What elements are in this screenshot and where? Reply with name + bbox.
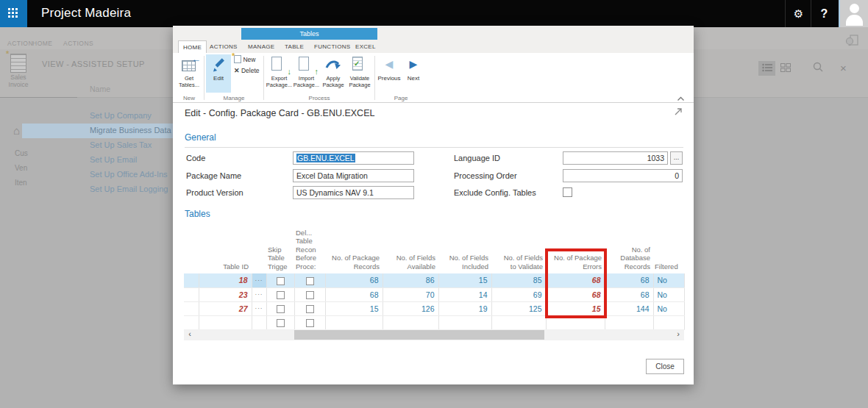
nav-item-set-up-email-logging[interactable]: Set Up Email Logging xyxy=(90,182,171,196)
import-package-button[interactable]: ↑ Import Package... xyxy=(293,54,320,89)
help-icon[interactable]: ? xyxy=(811,0,837,27)
tables-grid: Table ID Skip Table Trigge Del... Table … xyxy=(184,226,684,330)
table-row-empty[interactable] xyxy=(184,315,684,329)
table-row[interactable]: 27 ··· 15 126 19 125 15 144 No xyxy=(184,301,684,315)
code-field[interactable]: GB.ENU.EXCEL xyxy=(293,151,414,165)
col-header-fields-available[interactable]: No. of Fields Available xyxy=(383,226,438,273)
settings-gear-icon[interactable]: ⚙ xyxy=(786,0,811,27)
package-name-field[interactable]: Excel Data Migration xyxy=(293,169,414,182)
package-errors-cell[interactable]: 68 xyxy=(546,273,605,287)
new-page-icon: * xyxy=(234,55,241,63)
col-header-database-records[interactable]: No. of Database Records xyxy=(605,226,653,273)
col-header-table-id[interactable]: Table ID xyxy=(199,226,252,273)
language-id-field[interactable]: 1033 xyxy=(563,151,668,165)
package-errors-cell[interactable]: 68 xyxy=(546,287,605,301)
bg-menu-actions[interactable]: ACTIONS xyxy=(63,40,93,47)
product-version-label: Product Version xyxy=(186,188,243,197)
get-tables-button[interactable]: ← Get Tables... xyxy=(177,54,201,89)
tab-excel[interactable]: EXCEL xyxy=(351,40,380,54)
sparkle-icon: * xyxy=(6,49,9,58)
collapse-ribbon-icon[interactable] xyxy=(677,91,685,104)
nav-item-set-up-office-add-ins[interactable]: Set Up Office Add-Ins xyxy=(90,167,171,182)
import-package-icon: ↑ xyxy=(293,54,320,75)
previous-button[interactable]: ◀ Previous xyxy=(377,54,402,82)
table-row[interactable]: 18 ··· 68 86 15 85 68 68 No xyxy=(184,273,684,287)
side-label-customers[interactable]: Cus xyxy=(15,149,28,157)
group-separator xyxy=(204,56,204,100)
assisted-setup-list: Set Up Company Migrate Business Data Set… xyxy=(90,108,171,196)
col-header-package-records[interactable]: No. of Package Records xyxy=(325,226,383,273)
validate-package-button[interactable]: ✓ Validate Package xyxy=(346,54,373,89)
scroll-left-arrow[interactable]: ‹ xyxy=(184,329,196,340)
delete-records-checkbox[interactable] xyxy=(306,305,314,313)
bg-menu-action[interactable]: ACTION xyxy=(7,40,33,47)
general-section-heading: General xyxy=(185,132,216,143)
next-button[interactable]: ▶ Next xyxy=(403,54,424,82)
delete-records-checkbox[interactable] xyxy=(306,319,314,327)
search-icon[interactable] xyxy=(809,61,826,76)
home-icon[interactable]: ⌂ xyxy=(13,124,20,138)
section-divider xyxy=(185,147,683,148)
list-view-icon[interactable] xyxy=(758,61,775,76)
skip-table-trigger-checkbox[interactable] xyxy=(277,277,285,285)
side-label-vendors[interactable]: Ven xyxy=(15,164,27,172)
app-launcher-button[interactable] xyxy=(0,0,27,27)
product-version-field[interactable]: US Dynamics NAV 9.1 xyxy=(293,186,414,199)
language-id-assist-button[interactable]: ... xyxy=(670,151,683,165)
side-label-items[interactable]: Iten xyxy=(15,179,27,187)
skip-table-trigger-checkbox[interactable] xyxy=(277,305,285,313)
apply-package-icon xyxy=(320,54,346,75)
col-header-assist xyxy=(252,226,266,273)
top-bar: Project Madeira ⚙ ? xyxy=(0,0,868,27)
user-avatar[interactable] xyxy=(839,0,868,27)
delete-records-checkbox[interactable] xyxy=(306,291,314,299)
notification-lightbulb-icon[interactable] xyxy=(844,33,859,51)
expand-window-icon[interactable] xyxy=(673,107,683,120)
exclude-config-tables-checkbox[interactable] xyxy=(563,187,572,197)
tab-table[interactable]: TABLE xyxy=(280,40,308,54)
skip-table-trigger-checkbox[interactable] xyxy=(277,319,285,327)
package-errors-cell[interactable]: 15 xyxy=(546,301,605,315)
row-selector[interactable] xyxy=(184,273,199,287)
col-header-package-errors[interactable]: No. of Package Errors xyxy=(546,226,605,273)
nav-item-set-up-sales-tax[interactable]: Set Up Sales Tax xyxy=(90,137,171,152)
tab-home[interactable]: HOME xyxy=(178,40,207,54)
assist-edit-button[interactable]: ··· xyxy=(252,273,266,287)
nav-item-set-up-company[interactable]: Set Up Company xyxy=(90,108,171,123)
ribbon-group-process: ↓ Export Package... ↑ Import Package... … xyxy=(266,53,373,103)
col-header-delete[interactable]: Del... Table Recon Before Proce: xyxy=(294,226,325,273)
nav-item-migrate-business-data[interactable]: Migrate Business Data xyxy=(90,123,171,137)
close-page-icon[interactable]: × xyxy=(835,61,852,76)
tab-actions[interactable]: ACTIONS xyxy=(205,40,242,54)
scrollbar-thumb[interactable] xyxy=(294,330,544,340)
nav-item-set-up-email[interactable]: Set Up Email xyxy=(90,152,171,167)
assist-edit-button[interactable]: ··· xyxy=(252,301,266,315)
assist-edit-button[interactable]: ··· xyxy=(252,287,266,301)
context-tab-group-tables[interactable]: Tables xyxy=(241,28,377,40)
tab-functions[interactable]: FUNCTIONS xyxy=(310,40,355,54)
col-header-filtered[interactable]: Filtered xyxy=(653,226,684,273)
export-package-button[interactable]: ↓ Export Package... xyxy=(266,54,293,89)
group-label-new: New xyxy=(176,95,202,101)
edit-button[interactable]: Edit xyxy=(206,54,231,93)
skip-table-trigger-checkbox[interactable] xyxy=(277,291,285,299)
col-header-fields-included[interactable]: No. of Fields Included xyxy=(438,226,491,273)
row-selector[interactable] xyxy=(184,287,199,301)
tab-manage[interactable]: MANAGE xyxy=(243,40,279,54)
delete-records-checkbox[interactable] xyxy=(306,277,314,285)
close-button[interactable]: Close xyxy=(646,359,684,374)
apply-package-button[interactable]: Apply Package xyxy=(320,54,346,89)
code-label: Code xyxy=(186,154,205,162)
table-row[interactable]: 23 ··· 68 70 14 69 68 68 No xyxy=(184,287,684,301)
new-button[interactable]: * New xyxy=(234,55,255,65)
col-header-skip[interactable]: Skip Table Trigge xyxy=(266,226,294,273)
bg-menu-home[interactable]: HOME xyxy=(32,40,53,47)
row-selector[interactable] xyxy=(184,301,199,315)
card-view-icon[interactable] xyxy=(777,61,794,76)
col-header-fields-to-validate[interactable]: No. of Fields to Validate xyxy=(491,226,546,273)
horizontal-scrollbar[interactable]: ‹ › xyxy=(184,329,684,340)
delete-button[interactable]: ✕ Delete xyxy=(234,67,260,76)
scroll-right-arrow[interactable]: › xyxy=(672,329,684,340)
dialog-title: Edit - Config. Package Card - GB.ENU.EXC… xyxy=(185,108,374,118)
processing-order-field[interactable]: 0 xyxy=(563,169,683,182)
